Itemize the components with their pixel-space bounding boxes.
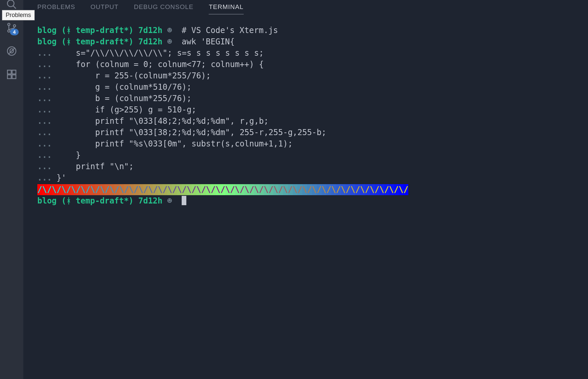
- terminal-line: ... r = 255-(colnum*255/76);: [23, 70, 588, 81]
- terminal-cursor: [182, 196, 186, 205]
- terminal-line: ... printf "\033[38;2;%d;%d;%dm", 255-r,…: [23, 127, 588, 138]
- svg-rect-10: [12, 70, 16, 74]
- terminal-line: ... b = (colnum*255/76);: [23, 93, 588, 104]
- terminal-line: ... g = (colnum*510/76);: [23, 81, 588, 93]
- search-icon: [6, 0, 17, 10]
- svg-point-0: [7, 0, 14, 7]
- tab-output[interactable]: OUTPUT: [91, 3, 119, 14]
- terminal-line: blog (ᚼ temp-draft*) 7d12h ☻ awk 'BEGIN{: [23, 36, 588, 47]
- terminal-line: ... }: [23, 149, 588, 161]
- terminal-line: ... s="/\\/\\/\\/\\/\\"; s=s s s s s s s…: [23, 47, 588, 59]
- terminal-line: ... printf "\033[48;2;%d;%d;%dm", r,g,b;: [23, 115, 588, 127]
- tab-debug-console[interactable]: DEBUG CONSOLE: [134, 3, 194, 14]
- activity-bar: Problems 4: [0, 0, 23, 379]
- svg-line-1: [13, 6, 16, 9]
- svg-point-3: [8, 30, 10, 32]
- svg-point-4: [13, 25, 16, 27]
- bug-slash-icon: [6, 45, 17, 57]
- bottom-panel: PROBLEMS OUTPUT DEBUG CONSOLE TERMINAL b…: [23, 0, 588, 379]
- terminal-line: ... if (g>255) g = 510-g;: [23, 104, 588, 115]
- terminal-line: blog (ᚼ temp-draft*) 7d12h ☻: [23, 195, 588, 207]
- svg-rect-7: [7, 70, 11, 74]
- svg-rect-8: [7, 75, 11, 78]
- extensions-activity[interactable]: [0, 63, 23, 86]
- terminal-line: ... printf "%s\033[0m", substr(s,colnum+…: [23, 138, 588, 149]
- terminal-line: ... for (colnum = 0; colnum<77; colnum++…: [23, 59, 588, 70]
- extensions-icon: [6, 69, 17, 80]
- terminal-line: ... printf "\n";: [23, 161, 588, 172]
- tab-terminal[interactable]: TERMINAL: [209, 3, 243, 14]
- svg-point-2: [8, 23, 10, 26]
- terminal-line: ... }': [23, 172, 588, 183]
- source-control-badge: 4: [10, 29, 19, 35]
- debug-activity[interactable]: [0, 39, 23, 63]
- terminal-view[interactable]: blog (ᚼ temp-draft*) 7d12h ☻ # VS Code's…: [23, 18, 588, 379]
- svg-rect-9: [12, 75, 16, 78]
- terminal-color-strip: /\/\/\/\/\/\/\/\/\/\/\/\/\/\/\/\/\/\/\/\…: [23, 184, 588, 195]
- tooltip: Problems: [2, 10, 35, 20]
- panel-tabbar: PROBLEMS OUTPUT DEBUG CONSOLE TERMINAL: [23, 0, 588, 18]
- tab-problems[interactable]: PROBLEMS: [37, 3, 75, 14]
- terminal-line: blog (ᚼ temp-draft*) 7d12h ☻ # VS Code's…: [23, 25, 588, 36]
